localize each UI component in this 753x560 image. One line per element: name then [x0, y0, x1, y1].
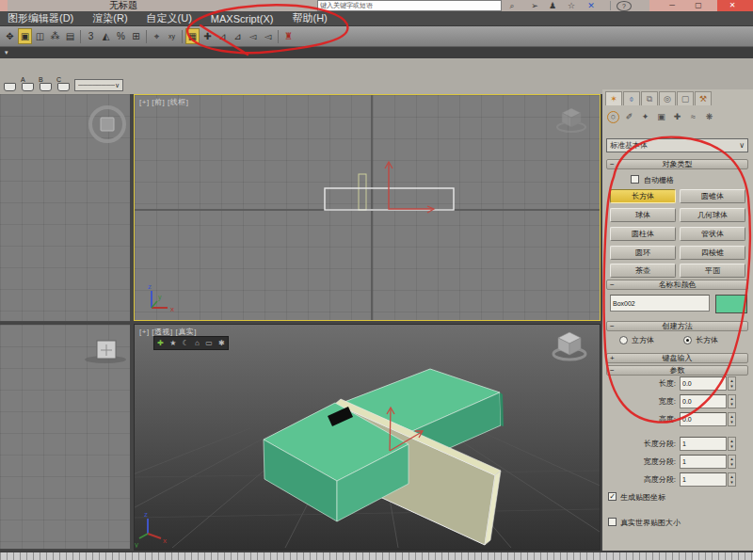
add-key-icon[interactable]: ✚ — [200, 28, 215, 44]
radio-box[interactable] — [683, 336, 692, 344]
autogrid-checkbox[interactable] — [631, 175, 639, 184]
button-sphere[interactable]: 球体 — [610, 208, 676, 222]
button-teapot[interactable]: 茶壶 — [610, 264, 676, 278]
chevron-down-icon: ∨ — [115, 82, 120, 89]
snap-3d-icon[interactable]: 3 — [84, 28, 98, 44]
realworld-map-checkbox[interactable] — [608, 518, 617, 526]
height-spinner[interactable]: ▴▾ — [728, 412, 736, 426]
teapot-icon — [40, 83, 52, 91]
category-lights-icon[interactable]: ✦ — [639, 111, 651, 123]
height-field[interactable] — [680, 412, 727, 426]
viewport-left-bottom[interactable] — [0, 325, 130, 549]
ribbon-expand-icon[interactable]: ▾ — [5, 49, 8, 56]
wall-mode-icon[interactable]: ▦ — [185, 28, 200, 44]
length-field[interactable] — [680, 376, 727, 391]
menu-maxscript[interactable]: MAXScript(X) — [211, 13, 274, 24]
tab-modify-icon[interactable]: ⌽ — [623, 91, 640, 105]
button-tube[interactable]: 管状体 — [680, 227, 745, 241]
button-plane[interactable]: 平面 — [680, 264, 745, 278]
button-geosphere[interactable]: 几何球体 — [680, 208, 745, 222]
viewport-left-top[interactable] — [0, 94, 130, 322]
button-cone[interactable]: 圆锥体 — [680, 189, 745, 203]
skew-b-icon[interactable]: ⊿ — [231, 28, 245, 44]
help-icon[interactable]: ? — [617, 1, 632, 11]
close-button[interactable]: ✕ — [722, 0, 743, 11]
object-name-field[interactable] — [610, 295, 710, 312]
angle-snap-icon[interactable]: ◭ — [99, 28, 113, 44]
prev-key-icon[interactable]: ◅ — [246, 28, 260, 44]
search-input[interactable] — [317, 0, 502, 11]
selection-set-icon[interactable]: ⁂ — [48, 28, 62, 44]
width-spinner[interactable]: ▴▾ — [728, 394, 736, 408]
spinner-snap-icon[interactable]: ⊞ — [129, 28, 143, 44]
xy-constraint-icon[interactable]: xy — [165, 28, 179, 44]
render-shortcut-a-icon[interactable]: A — [21, 78, 35, 92]
tab-motion-icon[interactable]: ◎ — [659, 91, 676, 105]
ribbon-collapsed-strip[interactable]: ▾ — [0, 47, 753, 58]
category-systems-icon[interactable]: ❋ — [703, 111, 715, 123]
menu-rendering[interactable]: 渲染(R) — [92, 11, 127, 25]
rollout-creation-method[interactable]: − 创建方法 — [606, 321, 748, 331]
primitive-type-dropdown[interactable]: 标准基本体 ∨ — [606, 138, 748, 152]
selection-mode-icon[interactable]: ▣ — [18, 28, 32, 44]
render-shortcut-c-icon[interactable]: C — [56, 78, 71, 92]
radio-box-label[interactable]: 长方体 — [696, 335, 718, 345]
mirror-icon[interactable]: ◫ — [33, 28, 47, 44]
height-segs-spinner[interactable]: ▴▾ — [728, 472, 736, 487]
generate-mapping-checkbox[interactable]: ✓ — [608, 492, 617, 501]
tab-display-icon[interactable]: ▢ — [677, 91, 694, 105]
autodesk-x-icon[interactable]: ✕ — [584, 0, 599, 11]
tab-create-icon[interactable]: ✶ — [605, 91, 622, 105]
maximize-button[interactable]: ▢ — [688, 0, 709, 11]
menu-graph-editors[interactable]: 图形编辑器(D) — [8, 11, 73, 25]
rollout-label: 名称和颜色 — [659, 280, 697, 289]
rollout-state: − — [610, 280, 615, 290]
tab-hierarchy-icon[interactable]: ⧉ — [641, 91, 658, 105]
track-bar[interactable] — [0, 551, 753, 560]
viewport-front[interactable]: [+] [前] [线框] z x y — [134, 94, 601, 321]
viewport-perspective[interactable]: [+] [透视] [真实] ✚ ★ ☾ ⌂ ▭ ✱ — [134, 324, 601, 551]
button-pyramid[interactable]: 四棱锥 — [680, 246, 745, 260]
community-icon[interactable]: ♟ — [545, 0, 560, 11]
category-cameras-icon[interactable]: ▣ — [655, 111, 667, 123]
named-selection-sets-dropdown[interactable]: ────────── ∨ — [74, 79, 123, 91]
layers-icon[interactable]: ▤ — [63, 28, 77, 44]
object-color-swatch[interactable] — [715, 295, 747, 313]
schematic-view-icon[interactable]: ♜ — [281, 28, 296, 44]
button-box[interactable]: 长方体 — [610, 189, 676, 203]
rollout-object-type[interactable]: − 对象类型 — [606, 159, 748, 169]
favorites-star-icon[interactable]: ☆ — [564, 0, 579, 11]
minimize-button[interactable]: ─ — [662, 0, 682, 11]
button-torus[interactable]: 圆环 — [610, 246, 676, 260]
cursor-icon[interactable]: ➢ — [527, 0, 542, 11]
category-helpers-icon[interactable]: ✚ — [671, 111, 683, 123]
radio-cube-label[interactable]: 立方体 — [632, 335, 654, 345]
width-segs-spinner[interactable]: ▴▾ — [728, 455, 736, 469]
rollout-parameters[interactable]: − 参数 — [606, 365, 748, 376]
next-key-icon[interactable]: ◅ — [261, 28, 275, 44]
render-shortcut-b-icon[interactable]: B — [39, 78, 53, 92]
category-shapes-icon[interactable]: ✐ — [623, 111, 635, 123]
search-binoculars-icon[interactable]: ⌕ — [505, 0, 520, 11]
select-link-icon[interactable]: ✥ — [3, 28, 17, 44]
length-segs-field[interactable] — [680, 437, 727, 451]
length-segs-spinner[interactable]: ▴▾ — [728, 437, 736, 451]
shortcut-generic-icon[interactable] — [3, 78, 17, 92]
percent-snap-icon[interactable]: % — [114, 28, 128, 44]
menu-help[interactable]: 帮助(H) — [292, 11, 327, 25]
rollout-keyboard-entry[interactable]: + 键盘输入 — [606, 353, 748, 363]
category-geometry-icon[interactable]: ○ — [607, 111, 619, 123]
edit-keys-icon[interactable]: ⌖ — [150, 28, 164, 44]
radio-cube[interactable] — [619, 336, 628, 344]
width-field[interactable] — [680, 394, 727, 408]
button-cylinder[interactable]: 圆柱体 — [610, 227, 676, 241]
width-segs-field[interactable] — [680, 455, 727, 469]
skew-a-icon[interactable]: ⊿ — [216, 28, 230, 44]
menu-customize[interactable]: 自定义(U) — [147, 11, 192, 25]
main-toolbar: ✥ ▣ ◫ ⁂ ▤ 3 ◭ % ⊞ ⌖ xy ▦ ✚ ⊿ ⊿ ◅ ◅ ♜ — [0, 26, 753, 47]
length-spinner[interactable]: ▴▾ — [728, 376, 736, 391]
category-spacewarps-icon[interactable]: ≈ — [687, 111, 699, 123]
height-segs-field[interactable] — [680, 472, 727, 487]
rollout-name-color[interactable]: − 名称和颜色 — [606, 280, 748, 290]
tab-utilities-icon[interactable]: ⚒ — [695, 91, 712, 105]
